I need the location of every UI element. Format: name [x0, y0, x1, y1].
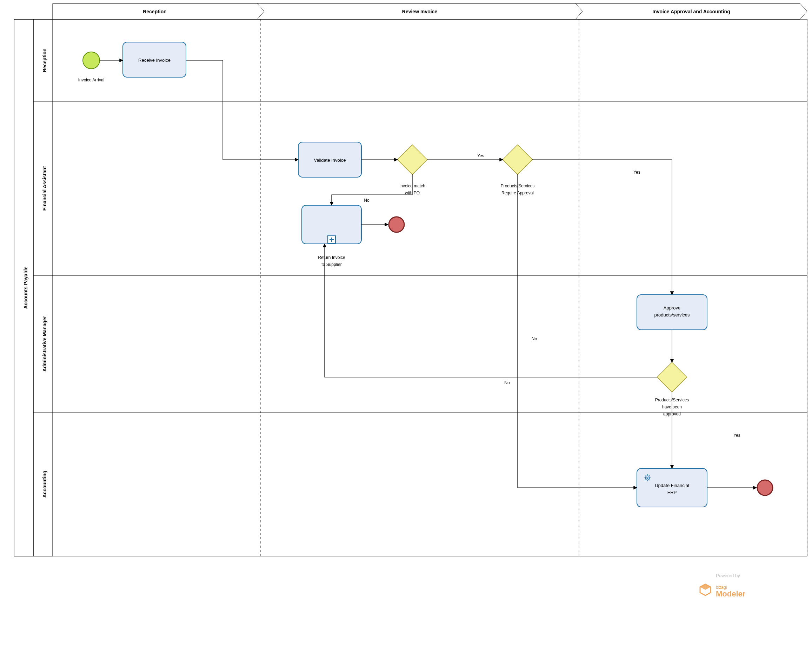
task-receive-invoice: Receive Invoice	[123, 42, 186, 77]
erp-label-line2: ERP	[667, 490, 677, 495]
phase-header-strip: Reception Review Invoice Invoice Approva…	[53, 3, 807, 19]
end-event-return	[389, 217, 404, 232]
flow-label-g1-no: No	[364, 198, 370, 203]
task-approve-products-services: Approve products/services	[637, 295, 707, 330]
task-update-financial-erp: Update Financial ERP	[637, 468, 707, 507]
task-return-invoice-to-supplier: Return Invoice to Supplier	[302, 205, 361, 267]
footer-brand: Modeler	[716, 590, 746, 598]
flow-label-g2-yes: Yes	[633, 170, 641, 175]
lane-label-administrative-manager: Administrative Manager	[42, 316, 47, 371]
bizagi-logo-icon	[700, 584, 711, 595]
flow-g2-no-to-erp	[518, 174, 637, 488]
footer-brand-small: bizagi	[716, 585, 727, 590]
svg-text:Receive Invoice: Receive Invoice	[138, 58, 171, 63]
svg-point-2	[83, 52, 99, 69]
flow-label-g2-no: No	[532, 336, 537, 341]
pool-title: Accounts Payable	[23, 266, 28, 309]
approve-label-line1: Approve	[664, 305, 680, 310]
svg-point-12	[389, 217, 404, 232]
svg-text:Validate Invoice: Validate Invoice	[314, 157, 346, 163]
flow-g2-yes-to-approve	[532, 160, 672, 295]
erp-label-line1: Update Financial	[655, 483, 689, 488]
phase-label-2: Review Invoice	[402, 9, 437, 14]
footer-powered-by: Powered by	[716, 573, 740, 578]
flow-g3-no-to-return	[324, 244, 657, 377]
approve-label-line2: products/services	[654, 312, 690, 318]
svg-rect-13	[503, 145, 533, 175]
footer-branding: Powered by bizagi Modeler	[700, 573, 746, 598]
start-event-invoice-arrival: Invoice Arrival	[78, 52, 105, 83]
svg-rect-15	[657, 362, 687, 392]
flow-label-g1-yes: Yes	[477, 153, 484, 158]
task-validate-invoice: Validate Invoice	[298, 142, 361, 177]
flow-receive-to-validate	[186, 60, 298, 160]
flow-label-g3-yes: Yes	[733, 433, 740, 438]
phase-label-3: Invoice Approval and Accounting	[652, 9, 730, 14]
lane-label-accounting: Accounting	[42, 471, 47, 498]
svg-rect-7	[398, 145, 427, 175]
flow-label-g3-no: No	[504, 380, 510, 385]
flow-g1-no-to-return	[332, 195, 382, 205]
return-invoice-label-line1: Return Invoice	[318, 255, 345, 260]
end-event-final	[757, 480, 773, 495]
phase-label-1: Reception	[143, 9, 167, 14]
lane-label-reception: Reception	[42, 49, 47, 72]
lane-label-financial-assistant: Financial Assistant	[42, 166, 47, 211]
svg-point-27	[757, 480, 773, 495]
start-event-label: Invoice Arrival	[78, 78, 105, 83]
